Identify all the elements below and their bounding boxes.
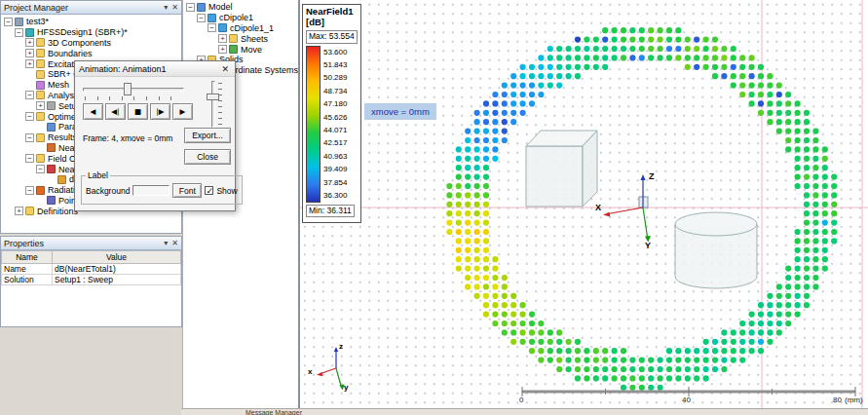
field-dot — [483, 100, 489, 106]
field-dot — [492, 110, 498, 116]
properties-panel: Properties ▾ ✕ Name Value NamedB(NearETo… — [0, 236, 182, 327]
field-dot — [593, 64, 599, 70]
field-dot — [502, 312, 508, 318]
field-dot — [465, 247, 471, 253]
speed-slider[interactable] — [206, 81, 221, 128]
expand-icon[interactable]: + — [25, 49, 34, 57]
show-checkbox[interactable]: ✓ — [205, 186, 213, 195]
tree-item[interactable]: −HFSSDesign1 (SBR+)* — [2, 27, 181, 38]
field-dot — [785, 146, 791, 152]
collapse-icon[interactable]: − — [25, 133, 34, 142]
column-header-value[interactable]: Value — [53, 251, 181, 264]
field-dot — [703, 366, 709, 372]
collapse-icon[interactable]: − — [208, 23, 216, 32]
collapse-icon[interactable]: − — [25, 112, 34, 121]
tree-item-label: Definitions — [37, 207, 78, 216]
export-button[interactable]: Export... — [184, 128, 231, 143]
field-dot — [465, 283, 471, 289]
expand-icon[interactable]: + — [36, 101, 45, 110]
field-dot — [456, 238, 462, 244]
field-dot — [483, 247, 489, 253]
property-value-cell[interactable]: Setup1 : Sweep — [53, 275, 181, 285]
field-dot — [483, 238, 489, 244]
collapse-icon[interactable]: − — [15, 28, 23, 37]
field-dot — [666, 375, 672, 381]
field-dot — [446, 210, 452, 216]
expand-icon[interactable]: + — [218, 34, 227, 43]
tree-item-label: HFSSDesign1 (SBR+)* — [37, 27, 128, 37]
close-icon[interactable]: ✕ — [171, 2, 178, 14]
font-button[interactable]: Font — [172, 183, 202, 198]
tree-item[interactable]: −test3* — [2, 17, 181, 27]
field-dot — [456, 229, 462, 235]
field-dot — [502, 110, 508, 116]
collapse-icon[interactable]: − — [36, 165, 45, 173]
field-dot — [648, 55, 654, 60]
tree-item[interactable]: −Model — [184, 2, 298, 13]
field-dot — [474, 266, 480, 272]
field-dot — [556, 329, 562, 335]
field-dot — [639, 358, 645, 363]
collapse-icon[interactable]: − — [4, 18, 13, 26]
close-button[interactable]: Close — [184, 149, 231, 165]
close-icon[interactable]: ✕ — [219, 64, 231, 74]
field-dot — [795, 110, 801, 116]
field-dot — [758, 302, 764, 308]
tree-item[interactable]: +Boundaries — [2, 48, 181, 58]
expand-icon[interactable]: + — [25, 38, 34, 47]
column-header-name[interactable]: Name — [2, 251, 53, 264]
field-dot — [483, 119, 489, 125]
tree-item[interactable]: +Move — [184, 44, 298, 55]
play-forward-button[interactable]: ▶ — [172, 103, 193, 120]
field-dot — [749, 329, 755, 335]
step-back-button[interactable]: ◀| — [105, 103, 126, 120]
step-forward-button[interactable]: |▶ — [150, 103, 170, 120]
field-dot — [465, 266, 471, 272]
field-dot — [767, 293, 773, 299]
tree-item[interactable]: +Sheets — [184, 33, 298, 44]
message-manager-bar[interactable]: Message Manager — [181, 408, 868, 415]
field-dot — [776, 283, 782, 289]
stop-button[interactable]: ■ — [128, 103, 148, 120]
field-dot — [694, 366, 699, 372]
field-dot — [502, 137, 508, 143]
3d-viewport[interactable]: NearField1 [dB] Max: 53.554 53.60051.843… — [300, 0, 868, 408]
project-manager-titlebar[interactable]: Project Manager ▾ ✕ — [1, 1, 181, 15]
close-icon[interactable]: ✕ — [171, 238, 178, 249]
frame-slider-thumb[interactable] — [124, 83, 132, 95]
field-dot — [529, 100, 535, 106]
properties-titlebar[interactable]: Properties ▾ ✕ — [1, 237, 181, 250]
tree-item[interactable]: +3D Components — [2, 38, 181, 49]
field-dot — [822, 174, 828, 180]
field-dot — [694, 348, 699, 354]
field-dot — [639, 55, 645, 60]
background-color-swatch[interactable] — [132, 185, 170, 196]
collapse-icon[interactable]: − — [25, 91, 34, 99]
dialog-titlebar[interactable]: Animation: Animation1 ✕ — [75, 61, 235, 77]
play-reverse-button[interactable]: ◀ — [83, 103, 103, 120]
field-dot — [804, 275, 810, 281]
legend-scale-values: 53.60051.84350.28948.73447.18045.62644.0… — [323, 46, 347, 203]
field-dot — [474, 220, 480, 226]
collapse-icon[interactable]: − — [25, 186, 34, 195]
field-dot — [812, 137, 818, 143]
collapse-icon[interactable]: − — [25, 154, 34, 163]
field-dot — [483, 293, 489, 299]
property-value-cell[interactable]: dB(NearETotal1) — [53, 264, 181, 275]
collapse-icon[interactable]: − — [197, 14, 206, 22]
expand-icon[interactable]: + — [15, 207, 23, 215]
field-dot — [474, 146, 480, 152]
tree-item[interactable]: −cDipole1 — [184, 13, 298, 23]
tree-item[interactable]: −cDipole1_1 — [184, 23, 298, 34]
field-dot — [465, 129, 471, 134]
field-dot — [556, 64, 562, 70]
expand-icon[interactable]: + — [25, 59, 34, 68]
field-dot — [758, 73, 764, 79]
expand-icon[interactable]: + — [218, 45, 227, 54]
chevron-down-icon[interactable]: ▾ — [164, 2, 168, 14]
frame-slider[interactable] — [83, 83, 184, 100]
field-plot-icon — [57, 175, 66, 184]
field-dot — [812, 266, 818, 272]
chevron-down-icon[interactable]: ▾ — [164, 238, 168, 249]
collapse-icon[interactable]: − — [186, 3, 195, 12]
